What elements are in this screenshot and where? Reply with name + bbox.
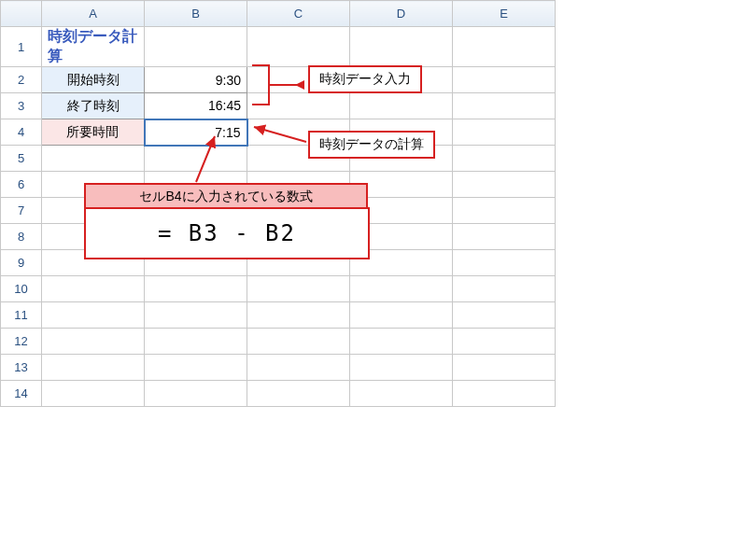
cell[interactable]: [42, 276, 145, 302]
cell-A3[interactable]: 終了時刻: [42, 93, 145, 119]
select-all-corner[interactable]: [1, 1, 42, 27]
cell[interactable]: [453, 250, 556, 276]
cell[interactable]: [453, 355, 556, 381]
cell[interactable]: [145, 355, 247, 381]
annotation-input-label: 時刻データ入力: [308, 65, 422, 93]
cell-D1[interactable]: [350, 27, 453, 67]
row-header-7[interactable]: 7: [1, 198, 42, 224]
row-header-4[interactable]: 4: [1, 119, 42, 146]
row-header-1[interactable]: 1: [1, 27, 42, 67]
cell[interactable]: [247, 381, 350, 407]
cell-E4[interactable]: [453, 119, 556, 146]
cell-B1[interactable]: [145, 27, 247, 67]
cell[interactable]: [350, 276, 453, 302]
col-header-C[interactable]: C: [247, 1, 350, 27]
cell[interactable]: [145, 146, 247, 172]
col-header-D[interactable]: D: [350, 1, 453, 27]
cell-B2[interactable]: 9:30: [145, 67, 247, 93]
cell[interactable]: [42, 329, 145, 355]
row-header-10[interactable]: 10: [1, 276, 42, 302]
cell-C3[interactable]: [247, 93, 350, 119]
cell[interactable]: [145, 302, 247, 329]
col-header-B[interactable]: B: [145, 1, 247, 27]
annotation-calc-label: 時刻データの計算: [308, 131, 435, 159]
row-header-11[interactable]: 11: [1, 302, 42, 329]
row-header-3[interactable]: 3: [1, 93, 42, 119]
row-header-8[interactable]: 8: [1, 224, 42, 250]
cell-E1[interactable]: [453, 27, 556, 67]
cell[interactable]: [453, 224, 556, 250]
row-header-13[interactable]: 13: [1, 355, 42, 381]
row-header-9[interactable]: 9: [1, 250, 42, 276]
cell-E3[interactable]: [453, 93, 556, 119]
row-header-2[interactable]: 2: [1, 67, 42, 93]
cell[interactable]: [350, 329, 453, 355]
cell[interactable]: [145, 381, 247, 407]
cell[interactable]: [247, 276, 350, 302]
cell-D3[interactable]: [350, 93, 453, 119]
cell-A2[interactable]: 開始時刻: [42, 67, 145, 93]
cell-A1-title[interactable]: 時刻データ計算: [42, 27, 145, 67]
row-header-6[interactable]: 6: [1, 172, 42, 198]
row-header-12[interactable]: 12: [1, 329, 42, 355]
cell[interactable]: [350, 302, 453, 329]
cell[interactable]: [453, 329, 556, 355]
cell[interactable]: [42, 302, 145, 329]
cell[interactable]: [42, 146, 145, 172]
row-header-14[interactable]: 14: [1, 381, 42, 407]
cell[interactable]: [247, 329, 350, 355]
cell[interactable]: [453, 302, 556, 329]
cell-B4-selected[interactable]: 7:15: [145, 119, 247, 146]
cell-B3[interactable]: 16:45: [145, 93, 247, 119]
cell[interactable]: [247, 302, 350, 329]
cell[interactable]: [453, 172, 556, 198]
cell[interactable]: [42, 381, 145, 407]
cell[interactable]: [145, 329, 247, 355]
cell-C1[interactable]: [247, 27, 350, 67]
cell[interactable]: [453, 198, 556, 224]
cell[interactable]: [350, 381, 453, 407]
cell-E2[interactable]: [453, 67, 556, 93]
cell[interactable]: [42, 355, 145, 381]
cell-A4[interactable]: 所要時間: [42, 119, 145, 146]
annotation-formula: = B3 - B2: [84, 207, 370, 259]
cell[interactable]: [145, 276, 247, 302]
col-header-A[interactable]: A: [42, 1, 145, 27]
cell[interactable]: [453, 381, 556, 407]
cell[interactable]: [350, 355, 453, 381]
row-header-5[interactable]: 5: [1, 146, 42, 172]
cell[interactable]: [247, 355, 350, 381]
col-header-E[interactable]: E: [453, 1, 556, 27]
cell[interactable]: [453, 146, 556, 172]
cell[interactable]: [453, 276, 556, 302]
